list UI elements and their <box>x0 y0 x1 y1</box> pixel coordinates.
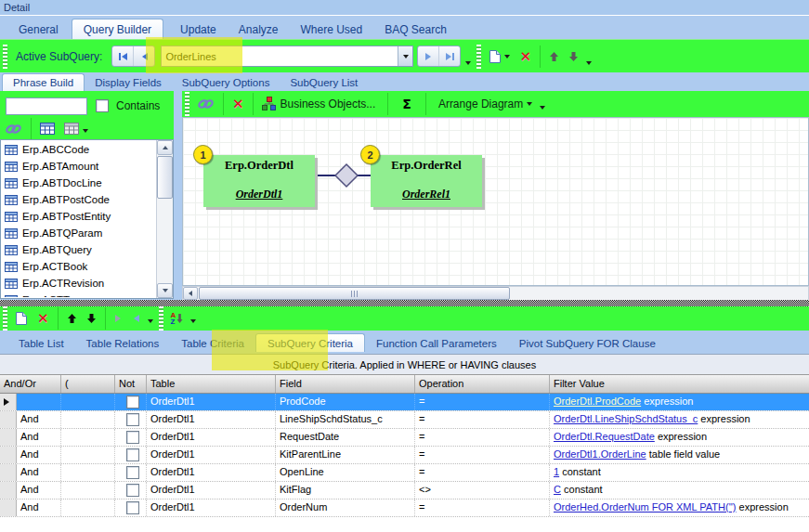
row-selector[interactable] <box>0 429 17 446</box>
cell-field[interactable]: KitFlag <box>276 482 415 499</box>
tab-phrase-build[interactable]: Phrase Build <box>2 73 85 91</box>
cell-operation[interactable]: = <box>415 464 550 481</box>
tab-where-used[interactable]: Where Used <box>289 19 373 39</box>
cell-not[interactable] <box>115 447 147 463</box>
cell-paren[interactable] <box>61 500 115 516</box>
column-header-operation[interactable]: Operation <box>415 375 550 393</box>
cell-table[interactable]: OrderDtl1 <box>147 394 276 410</box>
row-selector[interactable] <box>0 411 17 428</box>
not-checkbox[interactable] <box>126 413 139 426</box>
criteria-row[interactable]: And OrderDtl1 OrderNum = OrderHed.OrderN… <box>0 500 809 517</box>
cell-not[interactable] <box>115 429 147 446</box>
cell-filter-value[interactable]: OrderDtl.ProdCode expression <box>550 394 809 410</box>
cell-not[interactable] <box>115 500 147 516</box>
cell-filter-value[interactable]: OrderHed.OrderNum FOR XML PATH('') expre… <box>550 500 809 516</box>
cell-paren[interactable] <box>61 447 115 463</box>
filter-value-link[interactable]: OrderDtl.ProdCode <box>554 396 641 407</box>
toolbar-grip[interactable] <box>159 306 163 331</box>
cell-operation[interactable]: = <box>415 411 550 428</box>
cell-andor[interactable]: And <box>17 500 61 516</box>
previous-subquery-button[interactable] <box>134 46 154 66</box>
tab-general[interactable]: General <box>7 19 70 39</box>
cell-filter-value[interactable]: OrderDtl1.OrderLine table field value <box>550 447 809 463</box>
delete-subquery-button[interactable]: ✕ <box>516 48 534 65</box>
field-list-item[interactable]: Erp.ABTQParam <box>2 225 157 241</box>
delete-criteria-button[interactable]: ✕ <box>34 310 52 327</box>
forward-button[interactable] <box>111 312 125 325</box>
combo-dropdown-button[interactable] <box>398 46 412 66</box>
business-objects-button[interactable]: Business Objects... <box>259 95 383 113</box>
cell-field[interactable]: OpenLine <box>276 464 415 481</box>
new-subquery-button[interactable] <box>486 47 513 66</box>
toolbar-options-caret[interactable] <box>540 106 545 112</box>
field-list-item[interactable]: Erp.ABTQuery <box>2 241 157 258</box>
criteria-row[interactable]: And OrderDtl1 RequestDate = OrderDtl.Req… <box>0 429 809 447</box>
cell-not[interactable] <box>115 394 147 410</box>
cell-paren[interactable] <box>61 411 115 428</box>
cell-table[interactable]: OrderDtl1 <box>147 447 276 463</box>
active-subquery-combo[interactable] <box>161 45 413 67</box>
cell-filter-value[interactable]: 1 constant <box>550 464 809 481</box>
filter-value-link[interactable]: C <box>554 484 561 495</box>
cell-andor[interactable]: And <box>17 464 61 481</box>
back-button[interactable] <box>129 312 143 325</box>
row-selector[interactable] <box>0 482 17 499</box>
cell-not[interactable] <box>115 464 147 481</box>
criteria-row[interactable]: OrderDtl1 ProdCode = OrderDtl.ProdCode e… <box>0 394 809 411</box>
scroll-up-button[interactable] <box>157 140 173 155</box>
cell-table[interactable]: OrderDtl1 <box>147 482 276 499</box>
tab-subquery-criteria[interactable]: SubQuery Criteria <box>255 333 365 352</box>
tab-table-relations[interactable]: Table Relations <box>75 334 171 352</box>
cell-field[interactable]: OrderNum <box>276 500 415 516</box>
next-subquery-button[interactable] <box>418 46 439 66</box>
diagram-node-orderdtl[interactable]: Erp.OrderDtl OrderDtl1 <box>203 155 315 207</box>
tab-subquery-options[interactable]: SubQuery Options <box>172 74 281 91</box>
diagram-canvas[interactable]: Erp.OrderDtl OrderDtl1 1 Erp.OrderRel Or… <box>182 117 809 286</box>
link-tables-button[interactable] <box>2 121 25 137</box>
active-subquery-input[interactable] <box>162 49 398 64</box>
cell-filter-value[interactable]: OrderDtl.LineShipSchdStatus_c expression <box>550 411 809 428</box>
toolbar-options-caret[interactable] <box>465 61 471 68</box>
tab-table-criteria[interactable]: Table Criteria <box>170 334 255 352</box>
cell-andor[interactable] <box>17 394 61 410</box>
scroll-down-button[interactable] <box>157 283 173 298</box>
scrollbar-thumb[interactable] <box>157 156 173 199</box>
contains-checkbox[interactable] <box>96 99 109 112</box>
field-list-scrollbar[interactable] <box>156 140 173 298</box>
tab-subquery-list[interactable]: SubQuery List <box>280 74 368 91</box>
column-header-not[interactable]: Not <box>115 375 147 393</box>
field-list-item[interactable]: Erp.ABTPostEntity <box>2 208 157 225</box>
table-view-button[interactable] <box>37 121 58 136</box>
scroll-left-button[interactable] <box>183 287 198 300</box>
first-subquery-button[interactable] <box>112 46 134 66</box>
row-selector[interactable] <box>0 500 17 516</box>
cell-paren[interactable] <box>61 429 115 446</box>
column-header-andor[interactable]: And/Or <box>0 375 61 393</box>
cell-andor[interactable]: And <box>17 482 61 499</box>
cell-paren[interactable] <box>61 482 115 499</box>
filter-value-link[interactable]: OrderDtl.RequestDate <box>554 431 655 442</box>
cell-field[interactable]: KitParentLine <box>276 447 415 463</box>
row-selector[interactable] <box>0 394 17 410</box>
column-header-filter-value[interactable]: Filter Value <box>550 375 809 393</box>
column-header-field[interactable]: Field <box>276 375 415 393</box>
cell-not[interactable] <box>115 411 147 428</box>
toolbar-grip[interactable] <box>185 92 189 116</box>
table-options-button[interactable] <box>61 120 91 137</box>
horizontal-splitter[interactable] <box>0 300 809 306</box>
cell-paren[interactable] <box>61 464 115 481</box>
toolbar-options-caret[interactable] <box>148 319 153 326</box>
cell-operation[interactable]: = <box>415 429 550 446</box>
tab-table-list[interactable]: Table List <box>7 334 75 352</box>
cell-field[interactable]: ProdCode <box>276 394 415 410</box>
new-criteria-button[interactable] <box>12 309 31 328</box>
tab-query-builder[interactable]: Query Builder <box>72 19 163 39</box>
toolbar-grip[interactable] <box>476 45 481 69</box>
delete-table-button[interactable]: ✕ <box>229 96 247 112</box>
add-relation-button[interactable] <box>194 96 217 112</box>
filter-value-link[interactable]: OrderHed.OrderNum FOR XML PATH('') <box>554 501 737 513</box>
cell-andor[interactable]: And <box>17 411 61 428</box>
summarize-button[interactable]: Σ <box>394 95 420 113</box>
row-selector[interactable] <box>0 447 17 463</box>
field-list-item[interactable]: Erp.ABTPostCode <box>2 191 157 208</box>
